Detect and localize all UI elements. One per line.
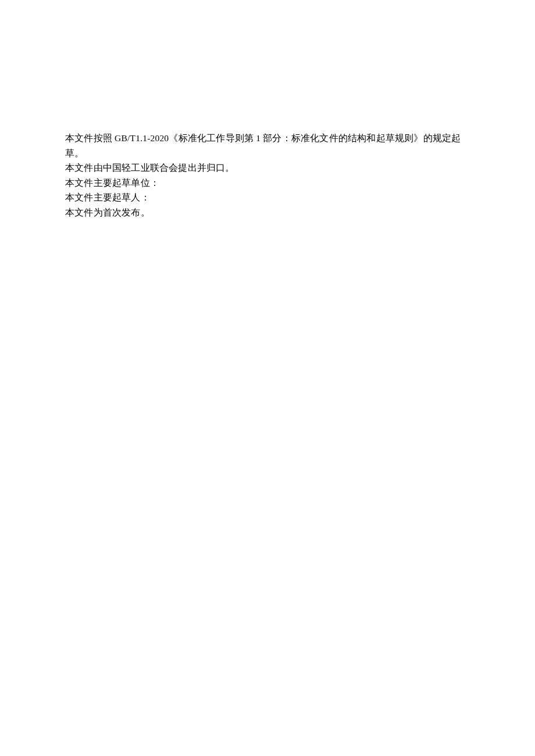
paragraph-publication-status: 本文件为首次发布。 xyxy=(65,205,470,220)
paragraph-drafting-units: 本文件主要起草单位： xyxy=(65,175,470,191)
paragraph-drafters: 本文件主要起草人： xyxy=(65,190,470,205)
document-body: 本文件按照 GB/T1.1-2020《标准化工作导则第 1 部分：标准化文件的结… xyxy=(65,131,470,220)
paragraph-proposer: 本文件由中国轻工业联合会提出并归口。 xyxy=(65,160,470,175)
paragraph-standard-reference: 本文件按照 GB/T1.1-2020《标准化工作导则第 1 部分：标准化文件的结… xyxy=(65,131,470,160)
